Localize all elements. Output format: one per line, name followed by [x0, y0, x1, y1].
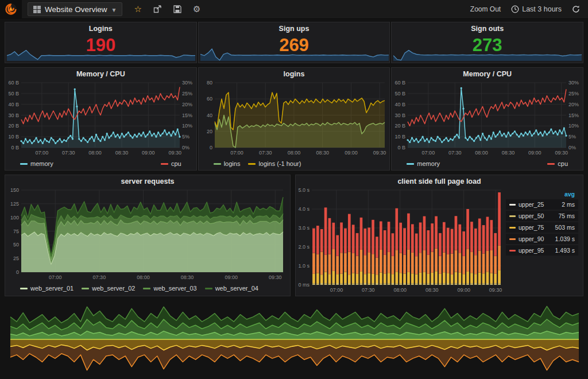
- svg-text:2.0 s: 2.0 s: [298, 244, 310, 250]
- legend-swatch: [547, 163, 555, 165]
- svg-text:125: 125: [10, 201, 19, 207]
- svg-text:20 B: 20 B: [395, 123, 406, 129]
- svg-text:07:30: 07:30: [62, 150, 75, 156]
- save-icon[interactable]: [173, 5, 181, 13]
- panel-logins-stat: Logins 190: [5, 22, 197, 63]
- panel-title[interactable]: server requests: [5, 175, 290, 187]
- legend-table-row[interactable]: upper_901.039 s: [506, 234, 578, 244]
- legend-avg-value: 1.039 s: [553, 235, 578, 243]
- panel-client-load: client side full page load 0 ms1.0 s2.0 …: [295, 175, 583, 296]
- svg-text:09:30: 09:30: [269, 274, 282, 280]
- legend-series-name: upper_50: [519, 212, 544, 219]
- share-icon[interactable]: [153, 5, 162, 13]
- legend-item[interactable]: web_server_01: [20, 285, 74, 292]
- caret-down-icon: ▼: [111, 7, 117, 13]
- panel-title[interactable]: Sign outs: [392, 22, 583, 34]
- chart-legend: memorycpu: [392, 159, 583, 167]
- chart-legend: memorycpu: [5, 159, 196, 167]
- legend-swatch: [161, 163, 168, 165]
- svg-text:08:00: 08:00: [475, 150, 489, 156]
- svg-text:08:30: 08:30: [181, 274, 194, 280]
- legend-label: memory: [30, 160, 53, 167]
- panel-title[interactable]: Logins: [5, 22, 196, 34]
- panel-title[interactable]: client side full page load: [296, 175, 583, 187]
- legend-series-name: upper_25: [519, 201, 544, 208]
- panel-title[interactable]: Sign ups: [199, 22, 390, 34]
- legend-swatch: [82, 288, 89, 289]
- svg-text:40 B: 40 B: [8, 102, 19, 107]
- memory-cpu-chart[interactable]: 0 B10 B20 B30 B40 B50 B60 B0%5%10%15%20%…: [5, 80, 196, 157]
- legend-table-row[interactable]: upper_75503 ms: [506, 222, 578, 233]
- legend-item[interactable]: web_server_02: [82, 285, 135, 292]
- legend-swatch: [248, 163, 256, 165]
- svg-text:50 B: 50 B: [395, 91, 406, 96]
- legend-table-row[interactable]: upper_5075 ms: [506, 211, 578, 221]
- svg-text:0: 0: [16, 269, 19, 275]
- svg-text:08:30: 08:30: [316, 150, 329, 156]
- legend-item[interactable]: memory: [407, 160, 440, 167]
- legend-label: web_server_02: [92, 285, 135, 292]
- svg-text:30 B: 30 B: [8, 113, 19, 118]
- legend-table-row[interactable]: upper_252 ms: [506, 199, 578, 210]
- memory-cpu-chart[interactable]: 0 B10 B20 B30 B40 B50 B60 B0%5%10%15%20%…: [392, 80, 582, 157]
- navbar-right: Zoom Out Last 3 hours: [470, 5, 588, 13]
- refresh-icon[interactable]: [572, 5, 580, 13]
- svg-text:1.0 s: 1.0 s: [298, 263, 310, 269]
- svg-text:07:00: 07:00: [49, 274, 62, 280]
- svg-text:150: 150: [10, 187, 19, 193]
- legend-item[interactable]: web_server_03: [143, 285, 196, 292]
- dashboard-picker[interactable]: Website Overview ▼: [28, 2, 122, 16]
- client-load-chart[interactable]: 0 ms1.0 s2.0 s3.0 s4.0 s5.0 s07:0007:300…: [296, 187, 506, 294]
- svg-text:80: 80: [207, 80, 212, 86]
- logins-chart[interactable]: 02040608007:0007:3008:0008:3009:0009:30: [199, 80, 389, 157]
- gear-icon[interactable]: ⚙: [193, 4, 200, 14]
- grafana-logo[interactable]: [0, 0, 22, 19]
- stat-value: 190: [5, 36, 196, 54]
- svg-text:0%: 0%: [182, 145, 189, 150]
- legend-label: web_server_03: [153, 285, 196, 292]
- client-load-legend-table: avgupper_252 msupper_5075 msupper_75503 …: [506, 190, 578, 294]
- dashboard-grid-icon: [33, 6, 41, 13]
- legend-item[interactable]: web_server_04: [205, 285, 258, 292]
- traffic-flow-chart[interactable]: [5, 298, 583, 377]
- legend-item[interactable]: cpu: [161, 160, 181, 167]
- svg-text:08:30: 08:30: [425, 287, 439, 293]
- panel-traffic-flow: [5, 298, 583, 379]
- panel-title[interactable]: Memory / CPU: [5, 68, 196, 80]
- panel-title[interactable]: logins: [199, 68, 390, 80]
- legend-swatch: [509, 238, 516, 240]
- time-range-picker[interactable]: Last 3 hours: [511, 5, 562, 13]
- legend-item[interactable]: logins (-1 hour): [248, 160, 301, 167]
- legend-swatch: [509, 215, 516, 217]
- grafana-logo-icon: [5, 3, 17, 16]
- svg-text:50: 50: [13, 242, 19, 247]
- time-range-label: Last 3 hours: [522, 5, 562, 13]
- svg-text:08:00: 08:00: [137, 274, 150, 280]
- svg-text:40 B: 40 B: [395, 102, 406, 107]
- stat-value: 269: [199, 36, 390, 54]
- panel-title[interactable]: Memory / CPU: [392, 68, 583, 80]
- svg-text:30%: 30%: [182, 80, 192, 86]
- svg-text:60 B: 60 B: [395, 80, 406, 86]
- legend-item[interactable]: logins: [214, 160, 241, 167]
- svg-text:07:00: 07:00: [230, 150, 243, 156]
- svg-text:08:00: 08:00: [287, 150, 300, 156]
- server-requests-chart[interactable]: 025507510012515007:0007:3008:0008:3009:0…: [5, 187, 288, 281]
- legend-item[interactable]: cpu: [547, 160, 568, 167]
- svg-text:75: 75: [13, 229, 19, 234]
- legend-label: cpu: [171, 160, 181, 167]
- legend-label: cpu: [558, 160, 568, 167]
- legend-item[interactable]: memory: [20, 160, 53, 167]
- legend-table-header: avg: [506, 190, 578, 199]
- svg-text:10%: 10%: [182, 123, 192, 129]
- svg-text:10 B: 10 B: [8, 134, 19, 140]
- svg-text:5%: 5%: [182, 134, 189, 140]
- svg-text:09:30: 09:30: [555, 150, 568, 156]
- legend-avg-value: 1.493 s: [553, 246, 578, 254]
- svg-text:60: 60: [207, 96, 212, 102]
- zoom-out-button[interactable]: Zoom Out: [470, 5, 501, 13]
- legend-table-row[interactable]: upper_951.493 s: [506, 245, 578, 256]
- legend-label: logins: [224, 160, 241, 167]
- panel-logins-graph: logins 02040608007:0007:3008:0008:3009:0…: [198, 67, 390, 171]
- star-icon[interactable]: ☆: [134, 4, 141, 14]
